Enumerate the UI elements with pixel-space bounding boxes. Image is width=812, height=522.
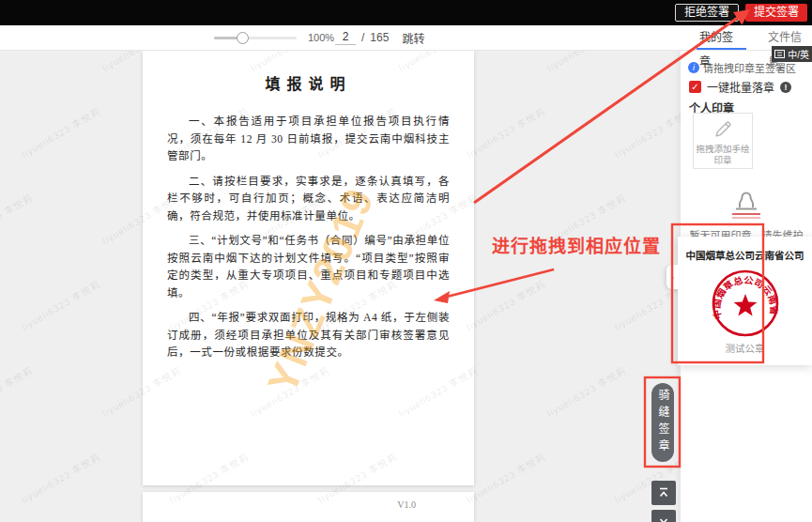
app-window: 拒绝签署 提交签署 100% 2 / 165 跳转 我的签章 文件信息 <box>0 0 812 522</box>
doc-paragraph-3: 三、“计划文号”和“任务书（合同）编号”由承担单位按照云南中烟下达的计划文件填写… <box>167 232 450 301</box>
page-total: 165 <box>370 31 389 44</box>
seal-name-label: 测试公章 <box>678 341 812 355</box>
page-navigation: 2 / 165 跳转 <box>335 25 424 50</box>
scroll-to-bottom-button[interactable] <box>651 510 676 522</box>
jump-button[interactable]: 跳转 <box>402 30 424 46</box>
pencil-icon <box>712 119 733 140</box>
ime-indicator[interactable]: 中/英 <box>772 46 812 62</box>
drag-seal-tip-label: 请拖拽印章至签署区 <box>703 60 796 75</box>
collapse-panel-handle[interactable]: › <box>666 265 679 289</box>
document-viewer: 填报说明 一、本报告适用于项目承担单位报告项目执行情况，须在每年 12 月 30… <box>0 51 681 522</box>
red-seal-icon: 中国烟草总公司云南省公司 <box>708 266 783 341</box>
next-document-page: V1.0 <box>143 492 474 522</box>
batch-stamp-label: 一键批量落章 <box>707 79 774 95</box>
zoom-percentage: 100% <box>308 32 334 43</box>
handdraw-label-line1: 拖拽添加手绘 <box>694 144 752 155</box>
handdraw-seal-dropzone[interactable]: 拖拽添加手绘 印章 <box>693 113 753 169</box>
document-page: 填报说明 一、本报告适用于项目承担单位报告项目执行情况，须在每年 12 月 30… <box>143 51 474 485</box>
stamp-icon <box>726 182 767 222</box>
version-label: V1.0 <box>397 499 416 510</box>
zoom-controls: 100% <box>214 25 334 50</box>
doc-paragraph-1: 一、本报告适用于项目承担单位报告项目执行情况，须在每年 12 月 30 日前填报… <box>167 113 450 165</box>
document-title: 填报说明 <box>143 71 474 94</box>
stamp-placeholder <box>726 182 767 225</box>
ime-label: 中/英 <box>788 47 809 61</box>
scroll-to-top-button[interactable] <box>651 481 676 505</box>
document-body: 一、本报告适用于项目承担单位报告项目执行情况，须在每年 12 月 30 日前填报… <box>167 113 450 361</box>
chevron-down-bar-icon <box>657 515 670 522</box>
toolbar: 100% 2 / 165 跳转 我的签章 文件信息 <box>0 25 812 51</box>
cross-page-seal-button[interactable]: 骑缝签章 <box>651 383 674 462</box>
company-seal-stamp[interactable]: 中国烟草总公司云南省公司 <box>708 266 783 341</box>
batch-info-icon[interactable]: ! <box>780 82 791 93</box>
active-tab-underline <box>697 48 746 50</box>
batch-stamp-option[interactable]: ✓ 一键批量落章 ! <box>689 79 791 95</box>
page-separator: / <box>361 31 364 44</box>
zoom-slider-thumb[interactable] <box>237 32 249 44</box>
chevron-up-bar-icon <box>657 486 670 499</box>
batch-stamp-checkbox[interactable]: ✓ <box>689 81 701 93</box>
company-name: 中国烟草总公司云南省公司 <box>678 248 812 262</box>
keyboard-icon <box>774 49 785 59</box>
cross-page-seal-label: 骑缝签章 <box>651 389 674 456</box>
doc-paragraph-2: 二、请按栏目要求，实事求是，逐条认真填写，各栏不够时，可自行加页；概念、术语、表… <box>167 173 450 225</box>
page-number-input[interactable]: 2 <box>335 30 356 45</box>
tab-my-signature[interactable]: 我的签章 <box>699 25 743 50</box>
submit-sign-button[interactable]: 提交签署 <box>745 4 807 22</box>
info-icon: i <box>688 62 699 73</box>
doc-paragraph-4: 四、“年报”要求双面打印，规格为 A4 纸，于左侧装订成册，须经项目承担单位及其… <box>167 309 450 361</box>
topbar: 拒绝签署 提交签署 <box>0 0 812 25</box>
handdraw-label-line2: 印章 <box>694 155 752 166</box>
company-seal-card: › 中国烟草总公司云南省公司 中国烟草总公司云南省公司 测试公章 <box>678 237 812 365</box>
zoom-slider[interactable] <box>214 31 297 44</box>
reject-sign-button[interactable]: 拒绝签署 <box>675 4 739 22</box>
